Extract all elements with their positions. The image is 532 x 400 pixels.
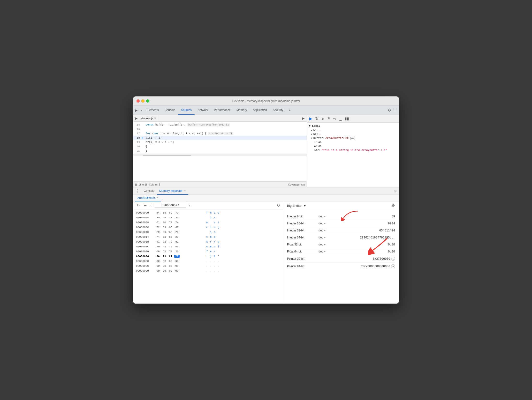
fullscreen-button[interactable] — [146, 99, 149, 103]
code-scrollbar-thumb[interactable] — [143, 155, 191, 156]
hex-byte-selected[interactable]: 27 — [174, 255, 180, 258]
hex-byte[interactable]: 61 — [155, 221, 161, 224]
hex-byte[interactable]: 66 — [174, 245, 180, 248]
hex-byte[interactable]: 00 — [162, 260, 167, 263]
hex-byte[interactable]: 20 — [155, 216, 161, 219]
memory-file-tab[interactable]: ArrayBuffer(60) ✕ — [135, 195, 161, 201]
tab-network[interactable]: Network — [195, 106, 211, 115]
address-input[interactable] — [155, 203, 186, 208]
hex-byte[interactable]: 00 — [162, 265, 167, 267]
step-over-button[interactable]: ↻ — [315, 116, 319, 121]
endian-selector[interactable]: Big Endian ▼ — [287, 204, 306, 207]
expand-b1-icon[interactable]: ► — [311, 129, 312, 132]
hex-byte[interactable]: 69 — [168, 211, 173, 214]
hex-byte[interactable]: 00 — [155, 269, 161, 272]
hex-byte[interactable]: 42 — [162, 245, 167, 248]
value-format-int32[interactable]: dec ▼ — [319, 229, 333, 232]
navigate-ptr32-icon[interactable]: → — [391, 257, 395, 261]
step-into-button[interactable]: ↡ — [321, 116, 325, 121]
undo-button[interactable]: ↻ — [136, 203, 141, 208]
hex-byte[interactable]: 73 — [174, 211, 180, 214]
hex-byte[interactable]: 20 — [174, 250, 180, 253]
hex-byte[interactable]: 00 — [155, 260, 161, 263]
hex-byte[interactable]: 00 — [174, 260, 180, 263]
hex-byte[interactable]: 74 — [155, 236, 161, 238]
hex-byte[interactable]: 68 — [162, 211, 167, 214]
source-file-tab[interactable]: demo-js.js ✕ — [139, 115, 158, 122]
minimize-button[interactable] — [141, 99, 144, 103]
hex-byte[interactable]: 75 — [168, 245, 173, 248]
hex-byte[interactable]: 73 — [168, 221, 173, 224]
expand-buffer-icon[interactable]: ► — [311, 137, 312, 140]
play-icon[interactable]: ▶ — [135, 116, 138, 120]
bottom-tab-dots-icon[interactable]: ⋮ — [135, 188, 139, 194]
hex-byte[interactable]: 54 — [155, 211, 161, 214]
hex-byte[interactable]: 73 — [168, 216, 173, 219]
hex-byte[interactable]: 00 — [168, 265, 173, 267]
hex-byte[interactable]: 79 — [155, 245, 161, 248]
hex-byte[interactable]: 65 — [168, 236, 173, 238]
settings-icon[interactable]: ⚙ — [388, 108, 391, 112]
hex-byte[interactable]: 74 — [174, 221, 180, 224]
tab-more[interactable]: » — [286, 106, 294, 115]
cursor-icon[interactable]: ▶ — [135, 108, 138, 112]
value-inspector-settings-button[interactable]: ⚙ — [392, 203, 395, 208]
hex-byte[interactable]: 20 — [174, 231, 180, 234]
tab-performance[interactable]: Performance — [211, 106, 234, 115]
hex-byte[interactable]: 00 — [168, 269, 173, 272]
next-address-button[interactable]: › — [188, 203, 191, 208]
tab-security[interactable]: Security — [270, 106, 286, 115]
hex-byte[interactable]: 61 — [174, 240, 180, 243]
hex-byte[interactable]: 6E — [168, 231, 173, 234]
hex-byte[interactable]: 69 — [162, 231, 167, 234]
code-horizontal-scrollbar[interactable] — [133, 154, 307, 156]
tab-memory[interactable]: Memory — [234, 106, 250, 115]
more-options-icon[interactable]: ⋮ — [393, 108, 397, 112]
hex-byte[interactable]: 72 — [155, 226, 161, 229]
prev-address-button[interactable]: ‹ — [150, 203, 153, 208]
hex-byte[interactable]: 21 — [168, 255, 173, 258]
hex-byte[interactable]: 00 — [174, 269, 180, 272]
hex-byte[interactable]: 20 — [155, 231, 161, 234]
hex-byte[interactable]: 6E — [168, 226, 173, 229]
hex-byte[interactable]: 65 — [162, 250, 167, 253]
hex-byte[interactable]: 66 — [155, 250, 161, 253]
hex-byte[interactable]: 20 — [162, 221, 167, 224]
close-file-tab-icon[interactable]: ✕ — [154, 117, 156, 119]
deactivate-breakpoints-button[interactable]: ⎯ — [339, 116, 342, 121]
value-format-int64[interactable]: dec ▼ — [319, 236, 333, 239]
hex-byte[interactable]: 00 — [174, 265, 180, 267]
scope-arrow[interactable]: ▼ — [309, 125, 311, 127]
hex-byte[interactable]: 29 — [162, 255, 167, 258]
close-button[interactable] — [137, 99, 140, 103]
hex-byte[interactable]: 3A — [155, 255, 161, 258]
hex-byte[interactable]: 20 — [174, 236, 180, 238]
close-memory-inspector-tab-icon[interactable]: ✕ — [184, 189, 186, 192]
bottom-tab-console[interactable]: Console — [141, 187, 157, 195]
navigate-ptr64-icon[interactable]: → — [391, 264, 395, 268]
tab-elements[interactable]: Elements — [144, 106, 162, 115]
pause-on-exceptions-button[interactable]: ▮▮ — [344, 116, 350, 121]
hex-byte[interactable]: 72 — [162, 240, 167, 243]
hex-byte[interactable]: 68 — [162, 236, 167, 238]
hex-byte[interactable]: 20 — [174, 216, 180, 219]
value-format-float64[interactable]: dec ▼ — [319, 250, 333, 253]
expand-b2-icon[interactable]: ► — [311, 133, 312, 136]
hex-byte[interactable]: 72 — [168, 250, 173, 253]
redo-button[interactable]: ↼ — [143, 203, 148, 208]
close-memory-file-tab-icon[interactable]: ✕ — [157, 196, 159, 199]
bottom-tab-memory-inspector[interactable]: Memory Inspector ✕ — [157, 187, 188, 195]
hex-byte[interactable]: 69 — [162, 216, 167, 219]
step-out-button[interactable]: ↟ — [327, 116, 331, 121]
value-format-int16[interactable]: dec ▼ — [319, 222, 333, 225]
resume-button[interactable]: ▶ — [309, 116, 313, 121]
hex-byte[interactable]: 00 — [162, 269, 167, 272]
device-icon[interactable]: ▭ — [139, 108, 142, 112]
endian-dropdown-icon[interactable]: ▼ — [303, 204, 306, 207]
close-bottom-panel-icon[interactable]: ✕ — [394, 189, 397, 193]
hex-byte[interactable]: 67 — [174, 226, 180, 229]
tab-console[interactable]: Console — [162, 106, 178, 115]
hex-byte[interactable]: 72 — [168, 240, 173, 243]
value-format-int8[interactable]: dec ▼ — [319, 215, 333, 218]
hex-byte[interactable]: 00 — [155, 265, 161, 267]
